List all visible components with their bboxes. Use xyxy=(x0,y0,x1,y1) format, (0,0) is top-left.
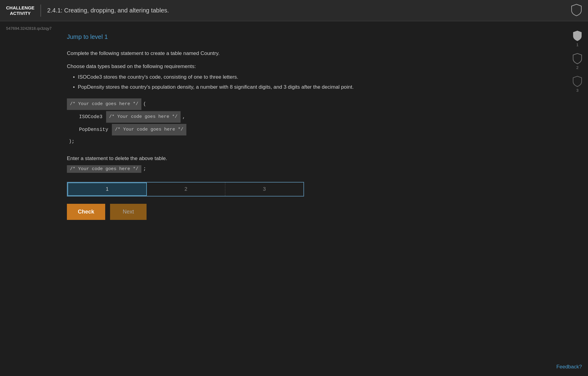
progress-segment-3[interactable]: 3 xyxy=(225,183,303,196)
progress-segment-1[interactable]: 1 xyxy=(67,183,147,196)
feedback-button[interactable]: Feedback? xyxy=(556,364,582,370)
create-table-code: /* Your code goes here */ ( ISOCode3 /* … xyxy=(67,98,389,146)
shield-svg xyxy=(571,4,582,16)
requirement-item-1: ISOCode3 stores the country's code, cons… xyxy=(73,73,389,81)
button-row: Check Next xyxy=(67,204,389,220)
level-indicator-2[interactable]: 2 xyxy=(573,53,582,70)
level-1-number: 1 xyxy=(576,43,578,47)
code-input-popdensity[interactable]: /* Your code goes here */ xyxy=(112,124,186,135)
header-shield-icon xyxy=(571,4,582,18)
level-3-number: 3 xyxy=(576,88,578,93)
right-sidebar: 1 2 3 xyxy=(573,30,582,93)
requirements-list: ISOCode3 stores the country's code, cons… xyxy=(73,73,389,91)
code-line-2: ISOCode3 /* Your code goes here */ , xyxy=(79,111,389,123)
next-button[interactable]: Next xyxy=(110,204,147,220)
badge-line1: CHALLENGE xyxy=(6,5,34,11)
level-indicator-3[interactable]: 3 xyxy=(573,76,582,93)
isocode-label: ISOCode3 xyxy=(79,112,102,122)
code-line-1: /* Your code goes here */ ( xyxy=(67,98,389,110)
delete-code-block: /* Your code goes here */ ; xyxy=(67,165,389,173)
level-2-number: 2 xyxy=(576,65,578,70)
progress-label-1: 1 xyxy=(106,186,109,192)
closing-paren: ); xyxy=(69,137,74,146)
code-input-create[interactable]: /* Your code goes here */ xyxy=(67,98,141,110)
jump-to-level[interactable]: Jump to level 1 xyxy=(67,33,389,40)
header: CHALLENGE ACTIVITY 2.4.1: Creating, drop… xyxy=(0,0,588,21)
code-line-4: ); xyxy=(67,137,389,146)
semicolon: ; xyxy=(143,166,146,172)
progress-label-2: 2 xyxy=(185,186,187,192)
check-button[interactable]: Check xyxy=(67,204,105,220)
challenge-activity-badge: CHALLENGE ACTIVITY xyxy=(6,5,34,16)
level-1-shield-icon xyxy=(573,30,582,41)
open-paren: ( xyxy=(143,99,146,109)
code-input-delete[interactable]: /* Your code goes here */ xyxy=(67,165,141,173)
delete-table-instruction: Enter a statement to delete the above ta… xyxy=(67,156,389,162)
code-line-3: PopDensity /* Your code goes here */ xyxy=(79,124,389,135)
page-title: 2.4.1: Creating, dropping, and altering … xyxy=(47,7,169,14)
requirements-header: Choose data types based on the following… xyxy=(67,63,389,70)
comma-1: , xyxy=(182,112,185,122)
progress-bar: 1 2 3 xyxy=(67,182,304,197)
session-id: 547694.3242818.qx3zqy7 xyxy=(6,26,52,31)
badge-line2: ACTIVITY xyxy=(10,11,31,16)
progress-segment-2[interactable]: 2 xyxy=(147,183,225,196)
popdensity-label: PopDensity xyxy=(79,125,108,135)
level-2-shield-icon xyxy=(573,53,582,64)
progress-label-3: 3 xyxy=(263,186,266,192)
header-divider xyxy=(40,5,41,17)
level-indicator-1[interactable]: 1 xyxy=(573,30,582,47)
level-3-shield-icon xyxy=(573,76,582,87)
create-table-instruction: Complete the following statement to crea… xyxy=(67,50,389,57)
main-content: Jump to level 1 Complete the following s… xyxy=(61,21,395,244)
code-input-isocode[interactable]: /* Your code goes here */ xyxy=(106,111,181,123)
requirement-item-2: PopDensity stores the country's populati… xyxy=(73,83,389,91)
